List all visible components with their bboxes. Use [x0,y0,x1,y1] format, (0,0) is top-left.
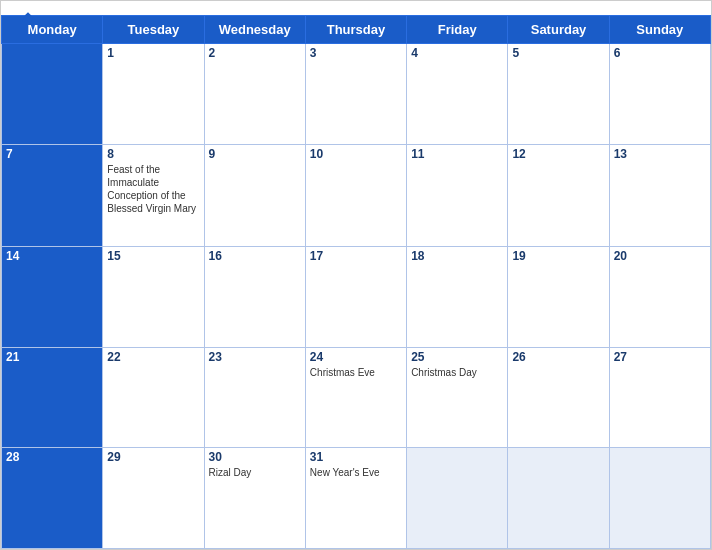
calendar-cell: 26 [508,347,609,448]
calendar-cell [609,448,710,549]
day-number: 3 [310,46,402,60]
weekday-header-tuesday: Tuesday [103,16,204,44]
calendar-week-row: 282930Rizal Day31New Year's Eve [2,448,711,549]
day-number: 27 [614,350,706,364]
day-number: 25 [411,350,503,364]
calendar-cell: 10 [305,144,406,246]
calendar-cell: 7 [2,144,103,246]
day-number: 16 [209,249,301,263]
logo [17,9,41,31]
day-number: 23 [209,350,301,364]
calendar-cell: 20 [609,246,710,347]
calendar-cell: 21 [2,347,103,448]
calendar-cell: 8Feast of the Immaculate Conception of t… [103,144,204,246]
calendar-cell [2,44,103,145]
calendar-cell [508,448,609,549]
calendar-cell: 4 [407,44,508,145]
holiday-label: Rizal Day [209,466,301,479]
calendar-cell: 28 [2,448,103,549]
day-number: 28 [6,450,98,464]
day-number: 5 [512,46,604,60]
day-number: 2 [209,46,301,60]
day-number: 17 [310,249,402,263]
weekday-header-wednesday: Wednesday [204,16,305,44]
calendar-cell: 14 [2,246,103,347]
calendar-cell: 15 [103,246,204,347]
weekday-header-friday: Friday [407,16,508,44]
holiday-label: Feast of the Immaculate Conception of th… [107,163,199,215]
weekday-header-saturday: Saturday [508,16,609,44]
calendar: MondayTuesdayWednesdayThursdayFridaySatu… [0,0,712,550]
svg-marker-0 [22,12,36,26]
calendar-cell: 2 [204,44,305,145]
holiday-label: Christmas Eve [310,366,402,379]
calendar-cell: 24Christmas Eve [305,347,406,448]
day-number: 15 [107,249,199,263]
calendar-week-row: 14151617181920 [2,246,711,347]
day-number: 30 [209,450,301,464]
day-number: 4 [411,46,503,60]
calendar-cell: 19 [508,246,609,347]
day-number: 18 [411,249,503,263]
weekday-header-thursday: Thursday [305,16,406,44]
calendar-cell: 17 [305,246,406,347]
holiday-label: New Year's Eve [310,466,402,479]
calendar-cell: 23 [204,347,305,448]
calendar-cell: 22 [103,347,204,448]
day-number: 19 [512,249,604,263]
day-number: 1 [107,46,199,60]
calendar-body: 12345678Feast of the Immaculate Concepti… [2,44,711,549]
calendar-cell: 31New Year's Eve [305,448,406,549]
calendar-table: MondayTuesdayWednesdayThursdayFridaySatu… [1,15,711,549]
calendar-cell [407,448,508,549]
weekday-header-row: MondayTuesdayWednesdayThursdayFridaySatu… [2,16,711,44]
day-number: 31 [310,450,402,464]
day-number: 14 [6,249,98,263]
day-number: 9 [209,147,301,161]
day-number: 24 [310,350,402,364]
calendar-cell: 29 [103,448,204,549]
calendar-cell: 13 [609,144,710,246]
day-number: 6 [614,46,706,60]
day-number: 10 [310,147,402,161]
calendar-cell: 25Christmas Day [407,347,508,448]
day-number: 13 [614,147,706,161]
day-number: 21 [6,350,98,364]
calendar-header [1,1,711,15]
calendar-cell: 16 [204,246,305,347]
calendar-cell: 27 [609,347,710,448]
calendar-cell: 11 [407,144,508,246]
day-number: 26 [512,350,604,364]
holiday-label: Christmas Day [411,366,503,379]
calendar-week-row: 78Feast of the Immaculate Conception of … [2,144,711,246]
weekday-header-sunday: Sunday [609,16,710,44]
calendar-cell: 18 [407,246,508,347]
day-number: 29 [107,450,199,464]
calendar-week-row: 21222324Christmas Eve25Christmas Day2627 [2,347,711,448]
calendar-cell: 12 [508,144,609,246]
calendar-cell: 30Rizal Day [204,448,305,549]
day-number: 11 [411,147,503,161]
calendar-cell: 3 [305,44,406,145]
day-number: 22 [107,350,199,364]
day-number: 20 [614,249,706,263]
calendar-week-row: 123456 [2,44,711,145]
day-number: 8 [107,147,199,161]
calendar-cell: 6 [609,44,710,145]
calendar-cell: 1 [103,44,204,145]
day-number: 12 [512,147,604,161]
day-number: 7 [6,147,98,161]
logo-icon [17,9,39,31]
calendar-cell: 9 [204,144,305,246]
calendar-cell: 5 [508,44,609,145]
